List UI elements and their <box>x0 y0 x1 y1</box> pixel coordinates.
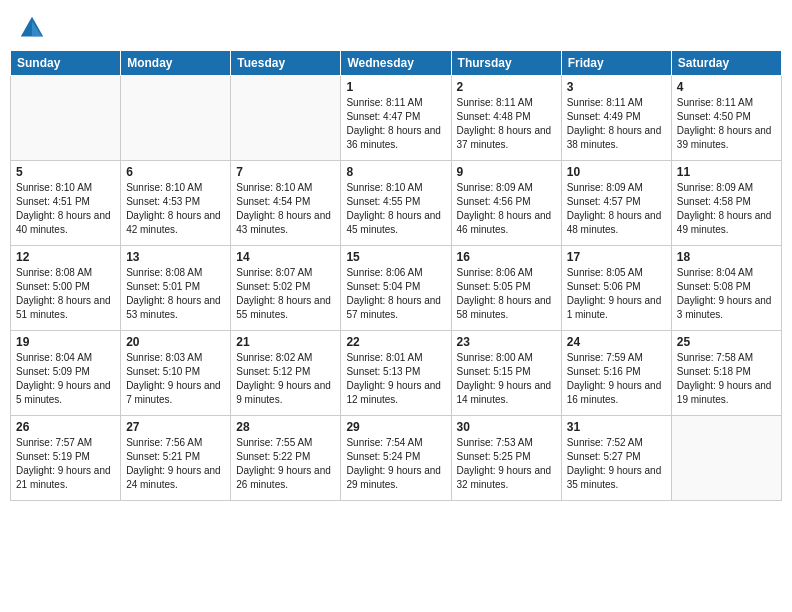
weekday-header-monday: Monday <box>121 51 231 76</box>
day-info: Sunrise: 8:06 AM Sunset: 5:05 PM Dayligh… <box>457 266 556 322</box>
day-info: Sunrise: 7:53 AM Sunset: 5:25 PM Dayligh… <box>457 436 556 492</box>
calendar-cell: 24Sunrise: 7:59 AM Sunset: 5:16 PM Dayli… <box>561 331 671 416</box>
calendar-cell: 2Sunrise: 8:11 AM Sunset: 4:48 PM Daylig… <box>451 76 561 161</box>
week-row-5: 26Sunrise: 7:57 AM Sunset: 5:19 PM Dayli… <box>11 416 782 501</box>
calendar-cell: 23Sunrise: 8:00 AM Sunset: 5:15 PM Dayli… <box>451 331 561 416</box>
day-info: Sunrise: 8:08 AM Sunset: 5:00 PM Dayligh… <box>16 266 115 322</box>
week-row-1: 1Sunrise: 8:11 AM Sunset: 4:47 PM Daylig… <box>11 76 782 161</box>
day-info: Sunrise: 8:05 AM Sunset: 5:06 PM Dayligh… <box>567 266 666 322</box>
day-number: 1 <box>346 80 445 94</box>
day-info: Sunrise: 8:11 AM Sunset: 4:50 PM Dayligh… <box>677 96 776 152</box>
calendar-cell: 13Sunrise: 8:08 AM Sunset: 5:01 PM Dayli… <box>121 246 231 331</box>
day-info: Sunrise: 8:09 AM Sunset: 4:58 PM Dayligh… <box>677 181 776 237</box>
weekday-header-friday: Friday <box>561 51 671 76</box>
calendar-cell: 30Sunrise: 7:53 AM Sunset: 5:25 PM Dayli… <box>451 416 561 501</box>
day-info: Sunrise: 8:10 AM Sunset: 4:51 PM Dayligh… <box>16 181 115 237</box>
day-info: Sunrise: 8:09 AM Sunset: 4:57 PM Dayligh… <box>567 181 666 237</box>
calendar-table: SundayMondayTuesdayWednesdayThursdayFrid… <box>10 50 782 501</box>
day-number: 24 <box>567 335 666 349</box>
calendar-cell: 6Sunrise: 8:10 AM Sunset: 4:53 PM Daylig… <box>121 161 231 246</box>
day-number: 8 <box>346 165 445 179</box>
calendar-cell: 9Sunrise: 8:09 AM Sunset: 4:56 PM Daylig… <box>451 161 561 246</box>
weekday-header-sunday: Sunday <box>11 51 121 76</box>
day-number: 5 <box>16 165 115 179</box>
calendar-cell: 22Sunrise: 8:01 AM Sunset: 5:13 PM Dayli… <box>341 331 451 416</box>
calendar-cell: 18Sunrise: 8:04 AM Sunset: 5:08 PM Dayli… <box>671 246 781 331</box>
weekday-header-tuesday: Tuesday <box>231 51 341 76</box>
calendar-cell: 5Sunrise: 8:10 AM Sunset: 4:51 PM Daylig… <box>11 161 121 246</box>
day-number: 11 <box>677 165 776 179</box>
day-number: 2 <box>457 80 556 94</box>
weekday-header-thursday: Thursday <box>451 51 561 76</box>
day-info: Sunrise: 8:03 AM Sunset: 5:10 PM Dayligh… <box>126 351 225 407</box>
calendar-cell: 20Sunrise: 8:03 AM Sunset: 5:10 PM Dayli… <box>121 331 231 416</box>
day-number: 9 <box>457 165 556 179</box>
day-number: 16 <box>457 250 556 264</box>
day-info: Sunrise: 7:55 AM Sunset: 5:22 PM Dayligh… <box>236 436 335 492</box>
calendar-cell: 3Sunrise: 8:11 AM Sunset: 4:49 PM Daylig… <box>561 76 671 161</box>
calendar-cell <box>231 76 341 161</box>
day-info: Sunrise: 7:52 AM Sunset: 5:27 PM Dayligh… <box>567 436 666 492</box>
day-info: Sunrise: 8:02 AM Sunset: 5:12 PM Dayligh… <box>236 351 335 407</box>
calendar-cell: 19Sunrise: 8:04 AM Sunset: 5:09 PM Dayli… <box>11 331 121 416</box>
day-info: Sunrise: 8:01 AM Sunset: 5:13 PM Dayligh… <box>346 351 445 407</box>
day-number: 30 <box>457 420 556 434</box>
calendar-cell: 14Sunrise: 8:07 AM Sunset: 5:02 PM Dayli… <box>231 246 341 331</box>
calendar-cell: 25Sunrise: 7:58 AM Sunset: 5:18 PM Dayli… <box>671 331 781 416</box>
calendar-cell <box>121 76 231 161</box>
day-info: Sunrise: 8:11 AM Sunset: 4:47 PM Dayligh… <box>346 96 445 152</box>
calendar-cell: 1Sunrise: 8:11 AM Sunset: 4:47 PM Daylig… <box>341 76 451 161</box>
calendar-wrap: SundayMondayTuesdayWednesdayThursdayFrid… <box>0 50 792 511</box>
day-info: Sunrise: 8:11 AM Sunset: 4:48 PM Dayligh… <box>457 96 556 152</box>
day-number: 29 <box>346 420 445 434</box>
day-number: 27 <box>126 420 225 434</box>
day-number: 6 <box>126 165 225 179</box>
day-number: 4 <box>677 80 776 94</box>
day-number: 7 <box>236 165 335 179</box>
day-info: Sunrise: 8:09 AM Sunset: 4:56 PM Dayligh… <box>457 181 556 237</box>
calendar-cell: 11Sunrise: 8:09 AM Sunset: 4:58 PM Dayli… <box>671 161 781 246</box>
calendar-cell: 10Sunrise: 8:09 AM Sunset: 4:57 PM Dayli… <box>561 161 671 246</box>
calendar-cell: 31Sunrise: 7:52 AM Sunset: 5:27 PM Dayli… <box>561 416 671 501</box>
day-number: 18 <box>677 250 776 264</box>
day-number: 14 <box>236 250 335 264</box>
calendar-cell: 28Sunrise: 7:55 AM Sunset: 5:22 PM Dayli… <box>231 416 341 501</box>
day-info: Sunrise: 8:08 AM Sunset: 5:01 PM Dayligh… <box>126 266 225 322</box>
day-number: 22 <box>346 335 445 349</box>
calendar-cell: 7Sunrise: 8:10 AM Sunset: 4:54 PM Daylig… <box>231 161 341 246</box>
day-number: 17 <box>567 250 666 264</box>
week-row-4: 19Sunrise: 8:04 AM Sunset: 5:09 PM Dayli… <box>11 331 782 416</box>
calendar-cell: 29Sunrise: 7:54 AM Sunset: 5:24 PM Dayli… <box>341 416 451 501</box>
day-number: 25 <box>677 335 776 349</box>
calendar-cell: 12Sunrise: 8:08 AM Sunset: 5:00 PM Dayli… <box>11 246 121 331</box>
day-info: Sunrise: 8:04 AM Sunset: 5:08 PM Dayligh… <box>677 266 776 322</box>
day-number: 26 <box>16 420 115 434</box>
day-number: 3 <box>567 80 666 94</box>
day-info: Sunrise: 7:57 AM Sunset: 5:19 PM Dayligh… <box>16 436 115 492</box>
day-number: 10 <box>567 165 666 179</box>
day-number: 23 <box>457 335 556 349</box>
day-info: Sunrise: 7:56 AM Sunset: 5:21 PM Dayligh… <box>126 436 225 492</box>
day-info: Sunrise: 8:04 AM Sunset: 5:09 PM Dayligh… <box>16 351 115 407</box>
calendar-cell <box>11 76 121 161</box>
calendar-cell <box>671 416 781 501</box>
day-info: Sunrise: 7:54 AM Sunset: 5:24 PM Dayligh… <box>346 436 445 492</box>
day-number: 19 <box>16 335 115 349</box>
week-row-3: 12Sunrise: 8:08 AM Sunset: 5:00 PM Dayli… <box>11 246 782 331</box>
day-info: Sunrise: 8:06 AM Sunset: 5:04 PM Dayligh… <box>346 266 445 322</box>
day-info: Sunrise: 7:58 AM Sunset: 5:18 PM Dayligh… <box>677 351 776 407</box>
day-number: 12 <box>16 250 115 264</box>
day-number: 31 <box>567 420 666 434</box>
logo <box>18 14 50 42</box>
day-info: Sunrise: 7:59 AM Sunset: 5:16 PM Dayligh… <box>567 351 666 407</box>
calendar-cell: 8Sunrise: 8:10 AM Sunset: 4:55 PM Daylig… <box>341 161 451 246</box>
weekday-header-wednesday: Wednesday <box>341 51 451 76</box>
day-info: Sunrise: 8:00 AM Sunset: 5:15 PM Dayligh… <box>457 351 556 407</box>
day-number: 28 <box>236 420 335 434</box>
day-info: Sunrise: 8:07 AM Sunset: 5:02 PM Dayligh… <box>236 266 335 322</box>
day-info: Sunrise: 8:11 AM Sunset: 4:49 PM Dayligh… <box>567 96 666 152</box>
calendar-cell: 26Sunrise: 7:57 AM Sunset: 5:19 PM Dayli… <box>11 416 121 501</box>
calendar-cell: 17Sunrise: 8:05 AM Sunset: 5:06 PM Dayli… <box>561 246 671 331</box>
day-info: Sunrise: 8:10 AM Sunset: 4:55 PM Dayligh… <box>346 181 445 237</box>
logo-icon <box>18 14 46 42</box>
